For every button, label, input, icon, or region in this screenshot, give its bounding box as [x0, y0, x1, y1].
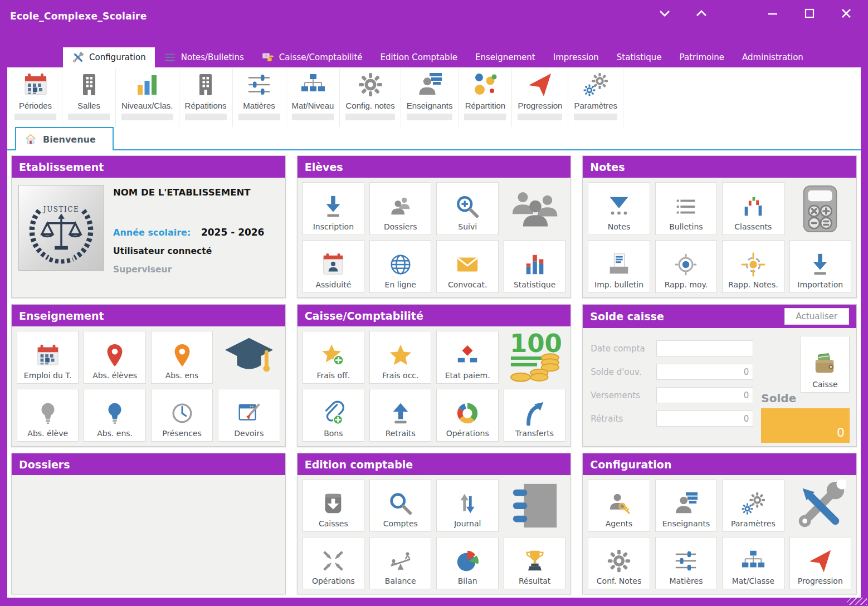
tile-classents[interactable]: Classents [722, 182, 784, 235]
tile-operations[interactable]: Opérations [303, 537, 364, 589]
toolbar-button-periodes[interactable]: Périodes [9, 69, 62, 127]
toolbar-button-salles[interactable]: Salles [62, 69, 116, 127]
download-icon [320, 194, 346, 219]
tile-retraits[interactable]: Retraits [369, 389, 431, 442]
tile-inscription[interactable]: Inscription [303, 182, 364, 235]
toolbar-button-enseignants[interactable]: Enseignants [401, 69, 459, 127]
menu-item-notes-bulletins[interactable]: Notes/Bulletins [155, 47, 253, 67]
field-label: Versements [591, 390, 656, 400]
toolbar-button-parametres[interactable]: Paramètres [568, 69, 623, 127]
refresh-button[interactable]: Actualiser [784, 308, 849, 325]
tile-resultat[interactable]: Résultat [504, 537, 565, 589]
tile-comptes[interactable]: Comptes [369, 480, 431, 532]
minimize-button[interactable] [765, 7, 780, 19]
tile-rapp-notes[interactable]: Rapp. Notes. [722, 240, 784, 293]
menu-item-statistique[interactable]: Statistique [608, 47, 671, 67]
tile-abs-eleves[interactable]: Abs. élèves [84, 331, 145, 384]
toolbar-button-label: Config. notes [345, 101, 394, 110]
tile-dossiers[interactable]: Dossiers [369, 182, 431, 235]
tile-frais-occ[interactable]: Frais occ. [369, 331, 431, 384]
tile-grid: AgentsEnseignantsParamètresConf. NotesMa… [588, 480, 851, 589]
tile-matieres[interactable]: Matières [655, 537, 717, 589]
tile-suivi[interactable]: Suivi [436, 182, 498, 235]
gear-icon [357, 71, 384, 98]
solde-label: Solde [761, 392, 796, 405]
close-button[interactable] [839, 7, 854, 19]
orgchart-icon [740, 548, 766, 574]
tile-importation[interactable]: Importation [789, 240, 851, 293]
toolbar-button-config-notes[interactable]: Config. notes [340, 69, 401, 127]
tile-assiduite[interactable]: Assiduité [303, 240, 364, 293]
tile-label: Devoirs [234, 429, 264, 438]
tile-transferts[interactable]: Transferts [504, 389, 565, 442]
tile-caisse[interactable]: Caisse [801, 336, 850, 393]
maximize-button[interactable] [802, 7, 817, 19]
tile-bilan[interactable]: Bilan [436, 537, 498, 589]
tile-agents[interactable]: Agents [588, 480, 650, 532]
notebook-icon [504, 480, 565, 532]
menu-item-enseignement[interactable]: Enseignement [466, 47, 544, 67]
toolbar-button-repartition[interactable]: Répartition [459, 69, 512, 127]
tile-devoirs[interactable]: Devoirs [218, 389, 280, 442]
tile-notes[interactable]: Notes [588, 182, 650, 235]
menu-item-impression[interactable]: Impression [544, 47, 608, 67]
menu-item-patrimoine[interactable]: Patrimoine [671, 47, 733, 67]
tile-label: Agents [606, 519, 633, 528]
tile-statistique[interactable]: Statistique [504, 240, 565, 293]
menu-item-configuration[interactable]: Configuration [63, 47, 155, 67]
tile-journal[interactable]: Journal [436, 480, 498, 532]
toolbar-button-matieres[interactable]: Matières [233, 69, 286, 127]
tile-convocat[interactable]: Convocat. [436, 240, 498, 293]
donut-chart-icon [455, 400, 480, 426]
school-year: Année scolaire: 2025 - 2026 [113, 227, 264, 238]
toolbar-button-mat-niveau[interactable]: Mat/Niveau [286, 69, 340, 127]
tile-imp-bulletin[interactable]: Imp. bulletin [588, 240, 650, 293]
tile-etat-paiem[interactable]: Etat paiem. [436, 331, 498, 384]
tile-abs-ens[interactable]: Abs. ens [151, 331, 213, 384]
toolbar-button-shadow [345, 114, 394, 120]
field-input[interactable]: 0 [656, 387, 753, 403]
tile-label: Abs. élève [27, 429, 68, 438]
menu-item-administration[interactable]: Administration [733, 47, 812, 67]
tile-mat-classe[interactable]: Mat/Classe [722, 537, 784, 589]
expand-ribbon-button[interactable] [694, 7, 709, 19]
paintbrush-window-icon [236, 400, 262, 426]
tile-frais-off[interactable]: Frais off. [303, 331, 364, 384]
tile-bons[interactable]: Bons [303, 389, 364, 442]
collapse-ribbon-button[interactable] [657, 7, 672, 19]
tab-bienvenue[interactable]: Bienvenue [15, 127, 114, 150]
toolbar-button-repatitions[interactable]: Répatitions [179, 69, 233, 127]
sliders-icon [673, 548, 699, 574]
menu-item-edition-comptable[interactable]: Edition Comptable [372, 47, 466, 67]
panel-eleves: Elèves InscriptionDossiersSuiviAssiduité… [297, 155, 572, 298]
tile-parametres[interactable]: Paramètres [722, 480, 784, 532]
tile-conf-notes[interactable]: Conf. Notes [588, 537, 650, 589]
tile-rapp-moy[interactable]: Rapp. moy. [655, 240, 717, 293]
tile-balance[interactable]: Balance [369, 537, 431, 589]
tile-bulletins[interactable]: Bulletins [655, 182, 717, 235]
tile-abs-eleve[interactable]: Abs. élève [17, 389, 79, 442]
tile-operations[interactable]: Opérations [436, 389, 498, 442]
menu-item-caisse-comptabilite[interactable]: Caisse/Comptabilité [253, 47, 372, 67]
tile-emploi-du-t[interactable]: Emploi du T. [17, 331, 79, 384]
calendar-icon [35, 343, 61, 368]
tile-presences[interactable]: Présences [151, 389, 213, 442]
field-input[interactable]: 0 [656, 364, 753, 380]
field-input[interactable] [656, 340, 753, 356]
resize-grip[interactable] [847, 598, 867, 605]
field-input[interactable]: 0 [656, 410, 753, 427]
pin-red-icon [102, 343, 128, 368]
tile-caisses[interactable]: Caisses [303, 480, 364, 532]
tile-progression[interactable]: Progression [789, 537, 851, 589]
tile-en-ligne[interactable]: En ligne [369, 240, 431, 293]
tile-label: Abs. ens [165, 371, 198, 380]
tile-enseignants[interactable]: Enseignants [655, 480, 717, 532]
panel-dossiers: Dossiers [11, 453, 286, 594]
tile-abs-ens[interactable]: Abs. ens. [84, 389, 145, 442]
toolbar-button-niveaux-clas[interactable]: Niveaux/Clas. [116, 69, 179, 127]
connected-user-label: Utilisateur connecté [113, 246, 264, 256]
gears-icon [582, 71, 609, 98]
menu-item-label: Enseignement [475, 52, 535, 62]
toolbar-button-progression[interactable]: Progression [512, 69, 568, 127]
solde-field-solde-d-ouv: Solde d'ouv.0 [591, 364, 753, 380]
